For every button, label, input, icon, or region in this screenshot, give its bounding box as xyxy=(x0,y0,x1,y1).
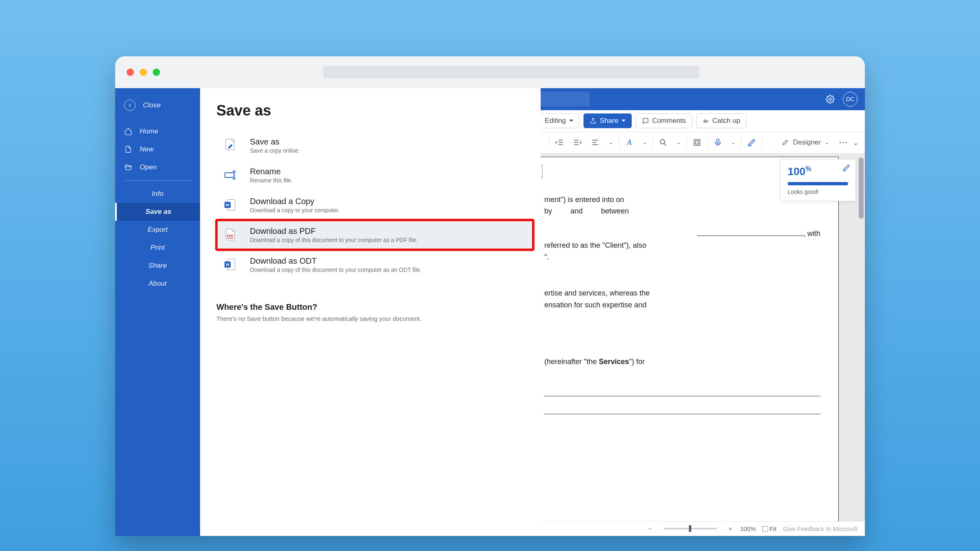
designer-button[interactable]: Designer ⌄ ⋯ xyxy=(782,137,849,148)
styles-icon[interactable]: A xyxy=(625,138,634,147)
file-main-panel: Save as Save as Save a copy online. Rena… xyxy=(200,88,541,536)
editor-percent-suffix: % xyxy=(805,165,811,172)
share-button[interactable]: Share xyxy=(584,113,632,128)
chevron-down-icon[interactable]: ⌄ xyxy=(677,140,681,145)
file-icon xyxy=(124,145,132,153)
window-zoom-dot[interactable] xyxy=(153,69,160,76)
zoom-in-button[interactable]: ＋ xyxy=(727,525,733,533)
chevron-down-icon[interactable]: ⌄ xyxy=(825,140,829,145)
svg-point-0 xyxy=(829,98,831,100)
option-download-odt[interactable]: W Download as ODT Download a copy of thi… xyxy=(216,250,533,280)
comments-label: Comments xyxy=(652,117,686,125)
option-subtitle: Save a copy online. xyxy=(250,147,300,154)
option-subtitle: Download a copy to your computer. xyxy=(250,207,339,213)
designer-label: Designer xyxy=(793,138,821,147)
chevron-down-icon[interactable]: ⌄ xyxy=(731,140,735,145)
sidebar-item-label: Home xyxy=(140,127,158,136)
save-button-explainer: Where's the Save Button? There's no Save… xyxy=(216,302,533,322)
doc-line: referred to as the "Client"), also xyxy=(544,241,646,249)
designer-icon xyxy=(782,139,789,146)
sidebar-item-about[interactable]: About xyxy=(115,275,200,293)
sidebar-item-export[interactable]: Export xyxy=(115,221,200,239)
file-backstage-overlay: Close Home New Open Info Save as Export … xyxy=(115,88,541,536)
option-title: Rename xyxy=(250,167,292,176)
option-download-pdf[interactable]: PDF Download as PDF Download a copy of t… xyxy=(216,220,533,250)
doc-line: ment") is entered into on xyxy=(544,196,624,204)
vertical-scrollbar[interactable] xyxy=(859,158,864,517)
sidebar-item-share[interactable]: Share xyxy=(115,257,200,275)
outdent-icon[interactable] xyxy=(555,138,564,147)
more-icon[interactable]: ⋯ xyxy=(839,137,849,148)
align-icon[interactable] xyxy=(591,138,600,147)
doc-line: ") for xyxy=(629,358,645,366)
svg-rect-2 xyxy=(694,140,700,146)
word-doc-icon: W xyxy=(222,197,238,213)
gear-icon[interactable] xyxy=(826,95,835,104)
option-download-copy[interactable]: W Download a Copy Download a copy to you… xyxy=(216,190,533,220)
chevron-down-icon[interactable]: ⌄ xyxy=(643,140,647,145)
avatar-initials: DC xyxy=(846,96,854,102)
comments-button[interactable]: Comments xyxy=(636,113,692,128)
avatar[interactable]: DC xyxy=(843,92,858,107)
svg-point-1 xyxy=(660,140,665,144)
catchup-label: Catch up xyxy=(713,117,740,125)
file-close-label: Close xyxy=(143,101,160,109)
editor-icon[interactable] xyxy=(747,138,756,147)
sidebar-item-save-as[interactable]: Save as xyxy=(115,203,200,221)
macos-titlebar xyxy=(115,56,865,88)
doc-line: by and between xyxy=(544,207,629,215)
doc-line: ". xyxy=(544,253,549,261)
option-title: Download a Copy xyxy=(250,197,339,206)
explainer-heading: Where's the Save Button? xyxy=(216,302,533,312)
chevron-down-icon[interactable]: ⌄ xyxy=(609,140,613,145)
explainer-body: There's no Save button because we're aut… xyxy=(216,315,533,322)
reuse-files-icon[interactable] xyxy=(693,138,702,147)
zoom-slider[interactable] xyxy=(664,528,717,529)
file-sidebar: Close Home New Open Info Save as Export … xyxy=(115,88,200,536)
sidebar-item-label: New xyxy=(140,145,154,153)
folder-open-icon xyxy=(124,163,132,171)
editor-message: Looks good! xyxy=(788,189,848,195)
back-arrow-icon xyxy=(124,100,136,111)
collapse-ribbon-icon[interactable]: ⌄ xyxy=(853,139,858,147)
catchup-button[interactable]: Catch up xyxy=(696,113,746,128)
option-title: Download as PDF xyxy=(250,227,418,236)
doc-line: , with xyxy=(803,229,820,238)
give-feedback-link[interactable]: Give Feedback to Microsoft xyxy=(783,525,858,532)
indent-icon[interactable] xyxy=(573,138,582,147)
fit-toggle[interactable]: Fit xyxy=(762,525,777,532)
svg-rect-4 xyxy=(717,139,719,143)
svg-text:W: W xyxy=(225,203,230,207)
svg-rect-3 xyxy=(695,141,698,144)
sidebar-item-home[interactable]: Home xyxy=(115,122,200,140)
home-icon xyxy=(124,127,132,136)
rename-icon xyxy=(222,167,238,183)
option-title: Download as ODT xyxy=(250,256,421,266)
zoom-out-button[interactable]: － xyxy=(647,525,653,533)
option-rename[interactable]: Rename Rename this file. xyxy=(216,160,533,190)
window-minimize-dot[interactable] xyxy=(140,69,147,76)
svg-text:PDF: PDF xyxy=(227,234,234,238)
svg-rect-5 xyxy=(226,139,234,150)
window-close-dot[interactable] xyxy=(127,69,134,76)
option-save-as[interactable]: Save as Save a copy online. xyxy=(216,131,533,160)
doc-blank-line xyxy=(544,406,820,414)
svg-text:W: W xyxy=(225,262,230,267)
sidebar-item-print[interactable]: Print xyxy=(115,239,200,257)
editor-score-card[interactable]: 100% Looks good! xyxy=(780,159,856,201)
sidebar-item-new[interactable]: New xyxy=(115,140,200,158)
editor-progress-bar xyxy=(788,182,848,185)
document-page[interactable]: ment") is entered into on by and between… xyxy=(526,157,839,521)
file-close-button[interactable]: Close xyxy=(115,94,200,117)
zoom-value: 100% xyxy=(740,525,755,532)
sidebar-item-info[interactable]: Info xyxy=(115,185,200,203)
doc-line: ertise and services, whereas the xyxy=(544,289,650,297)
titlebar-search-field[interactable] xyxy=(323,66,699,78)
find-icon[interactable] xyxy=(659,138,668,147)
sidebar-item-open[interactable]: Open xyxy=(115,158,200,176)
pdf-doc-icon: PDF xyxy=(222,227,238,243)
mac-window: DC Editing Share Comments Catch up ⌄ xyxy=(115,56,865,536)
traffic-lights xyxy=(127,69,160,76)
dictate-icon[interactable] xyxy=(713,138,722,147)
scrollbar-thumb[interactable] xyxy=(859,158,864,219)
